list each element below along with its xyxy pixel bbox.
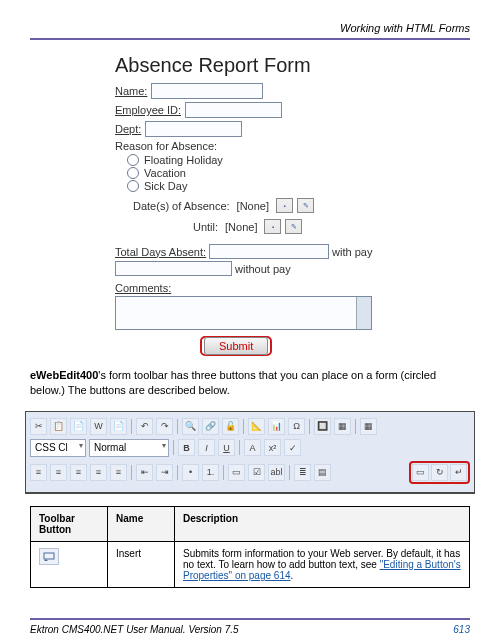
- toolbar-separator: [173, 440, 174, 455]
- toolbar-icon[interactable]: abl: [268, 464, 285, 481]
- date-value: [None]: [234, 200, 272, 212]
- calendar-edit-icon[interactable]: [285, 219, 302, 234]
- toolbar-icon[interactable]: ≣: [294, 464, 311, 481]
- section-header: Working with HTML Forms: [30, 22, 470, 34]
- calendar-edit-icon[interactable]: [297, 198, 314, 213]
- svg-rect-0: [44, 553, 54, 559]
- toolbar-icon[interactable]: 📄: [70, 418, 87, 435]
- submit-button[interactable]: Submit: [204, 337, 268, 355]
- toolbar-separator: [131, 465, 132, 480]
- calendar-icon[interactable]: [264, 219, 281, 234]
- until-label: Until:: [193, 221, 218, 233]
- toolbar-separator: [239, 440, 240, 455]
- bold-icon[interactable]: B: [178, 439, 195, 456]
- align-center-icon[interactable]: ≡: [50, 464, 67, 481]
- with-pay-input[interactable]: [209, 244, 329, 259]
- dept-label: Dept:: [115, 123, 141, 135]
- toolbar-icon[interactable]: W: [90, 418, 107, 435]
- toolbar-icon[interactable]: 📄: [110, 418, 127, 435]
- dept-input[interactable]: [145, 121, 242, 137]
- toolbar-icon[interactable]: 🔍: [182, 418, 199, 435]
- toolbar-icon[interactable]: 📋: [50, 418, 67, 435]
- table-cell-name: Insert: [108, 541, 175, 587]
- toolbar-icon[interactable]: 📐: [248, 418, 265, 435]
- with-pay-label: with pay: [332, 246, 372, 258]
- align-right-icon[interactable]: ≡: [70, 464, 87, 481]
- toolbar-separator: [243, 419, 244, 434]
- toolbar-icon[interactable]: ▭: [228, 464, 245, 481]
- page-number: 613: [453, 624, 470, 633]
- format-dropdown[interactable]: Normal: [89, 439, 169, 457]
- form-title: Absence Report Form: [115, 54, 470, 77]
- radio-label: Sick Day: [144, 180, 187, 192]
- name-label: Name:: [115, 85, 147, 97]
- table-header: Name: [108, 506, 175, 541]
- underline-icon[interactable]: U: [218, 439, 235, 456]
- radio-vacation[interactable]: [127, 167, 139, 179]
- footer-title: Ektron CMS400.NET User Manual, Version 7…: [30, 624, 239, 633]
- table-header: Description: [175, 506, 470, 541]
- toolbar-separator: [177, 419, 178, 434]
- table-header: Toolbar Button: [31, 506, 108, 541]
- number-list-icon[interactable]: 1.: [202, 464, 219, 481]
- css-class-dropdown[interactable]: CSS Cl: [30, 439, 86, 457]
- toolbar-separator: [289, 465, 290, 480]
- toolbar-icon[interactable]: 🔗: [202, 418, 219, 435]
- redo-icon[interactable]: ↷: [156, 418, 173, 435]
- employee-id-label: Employee ID:: [115, 104, 181, 116]
- comments-label: Comments:: [115, 282, 470, 294]
- toolbar-icon[interactable]: ▦: [360, 418, 377, 435]
- align-left-icon[interactable]: ≡: [30, 464, 47, 481]
- comments-textarea[interactable]: [115, 296, 372, 330]
- editor-toolbar-screenshot: ✂ 📋 📄 W 📄 ↶ ↷ 🔍 🔗 🔓 📐 📊 Ω 🔲 ▦ ▦ CSS Cl N…: [25, 411, 475, 494]
- align-justify-icon[interactable]: ≡: [90, 464, 107, 481]
- toolbar-icon[interactable]: ▤: [314, 464, 331, 481]
- toolbar-icon[interactable]: ☑: [248, 464, 265, 481]
- until-value: [None]: [222, 221, 260, 233]
- toolbar-icon[interactable]: ≡: [110, 464, 127, 481]
- form-submit-icon[interactable]: ↵: [450, 464, 467, 481]
- toolbar-separator: [355, 419, 356, 434]
- form-reset-icon[interactable]: ↻: [431, 464, 448, 481]
- superscript-icon[interactable]: x²: [264, 439, 281, 456]
- table-cell-icon: [31, 541, 108, 587]
- radio-sick-day[interactable]: [127, 180, 139, 192]
- dates-of-absence-label: Date(s) of Absence:: [133, 200, 230, 212]
- toolbar-icon[interactable]: 🔲: [314, 418, 331, 435]
- body-paragraph: eWebEdit400's form toolbar has three but…: [30, 368, 470, 399]
- toolbar-icon[interactable]: ✓: [284, 439, 301, 456]
- radio-floating-holiday[interactable]: [127, 154, 139, 166]
- italic-icon[interactable]: I: [198, 439, 215, 456]
- employee-id-input[interactable]: [185, 102, 282, 118]
- reason-label: Reason for Absence:: [115, 140, 470, 152]
- toolbar-icon[interactable]: Ω: [288, 418, 305, 435]
- toolbar-separator: [223, 465, 224, 480]
- radio-label: Floating Holiday: [144, 154, 223, 166]
- form-insert-icon[interactable]: ▭: [412, 464, 429, 481]
- name-input[interactable]: [151, 83, 263, 99]
- outdent-icon[interactable]: ⇤: [136, 464, 153, 481]
- bullet-list-icon[interactable]: •: [182, 464, 199, 481]
- toolbar-icon[interactable]: 🔓: [222, 418, 239, 435]
- button-description-table: Toolbar Button Name Description Insert S…: [30, 506, 470, 588]
- form-buttons-highlight: ▭ ↻ ↵: [409, 461, 470, 484]
- undo-icon[interactable]: ↶: [136, 418, 153, 435]
- without-pay-label: without pay: [235, 263, 291, 275]
- total-days-label: Total Days Absent:: [115, 246, 206, 258]
- table-row: Insert Submits form information to your …: [31, 541, 470, 587]
- toolbar-separator: [177, 465, 178, 480]
- toolbar-icon[interactable]: 📊: [268, 418, 285, 435]
- calendar-icon[interactable]: [276, 198, 293, 213]
- submit-button-highlight: Submit: [200, 336, 272, 356]
- indent-icon[interactable]: ⇥: [156, 464, 173, 481]
- page-footer: Ektron CMS400.NET User Manual, Version 7…: [30, 618, 470, 633]
- toolbar-icon[interactable]: ▦: [334, 418, 351, 435]
- insert-button-icon: [39, 548, 59, 565]
- without-pay-input[interactable]: [115, 261, 232, 276]
- font-color-icon[interactable]: A: [244, 439, 261, 456]
- toolbar-icon[interactable]: ✂: [30, 418, 47, 435]
- table-cell-description: Submits form information to your Web ser…: [175, 541, 470, 587]
- toolbar-separator: [309, 419, 310, 434]
- header-rule: [30, 38, 470, 40]
- radio-label: Vacation: [144, 167, 186, 179]
